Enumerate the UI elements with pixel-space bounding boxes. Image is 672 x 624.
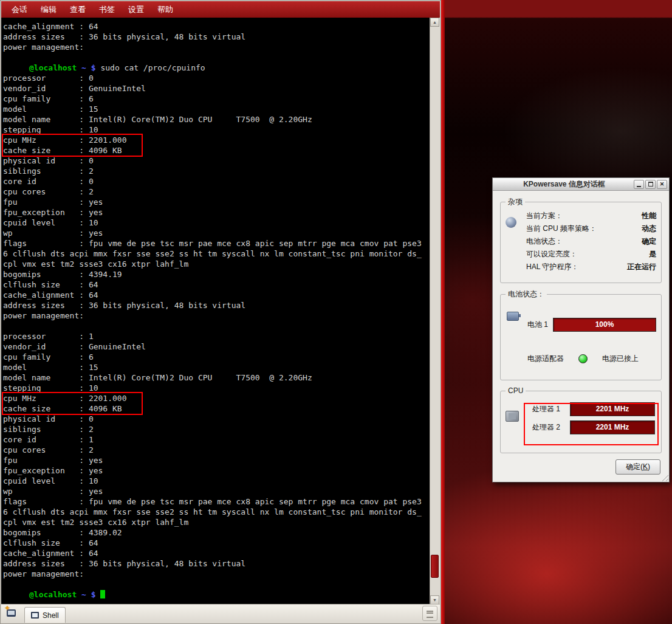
- battery-percent: 100%: [595, 320, 614, 329]
- terminal-scrollbar[interactable]: ▲ ▼: [430, 18, 440, 605]
- window-buttons: ✕: [634, 180, 667, 189]
- menu-item-edit[interactable]: 编辑: [34, 2, 63, 18]
- misc-row-value: 确定: [642, 235, 656, 248]
- terminal-line: wp : yes: [3, 228, 428, 238]
- terminal-line: fpu_exception : yes: [3, 465, 428, 476]
- misc-row-value: 动态: [642, 222, 656, 235]
- menu-bar: 会话编辑查看书签设置帮助: [1, 1, 440, 18]
- ok-label: 确定(: [626, 462, 643, 471]
- session-list-button[interactable]: [422, 606, 437, 621]
- terminal-cursor: [100, 590, 105, 598]
- terminal-line: cache size : 4096 KB: [3, 403, 428, 414]
- terminal-line: processor : 1: [3, 331, 428, 341]
- shell-tab-icon: [31, 612, 39, 619]
- terminal-line: stepping : 10: [3, 125, 428, 135]
- terminal-line: siblings : 2: [3, 166, 428, 176]
- scroll-down-button[interactable]: ▼: [430, 595, 439, 605]
- terminal-line: cpu cores : 2: [3, 187, 428, 197]
- battery-icon: [507, 312, 519, 321]
- tab-bar: ✦ Shell: [1, 604, 440, 623]
- battery-label: 电池 1: [527, 320, 548, 330]
- tab-shell[interactable]: Shell: [24, 607, 66, 623]
- terminal-line: power management:: [3, 310, 428, 321]
- misc-row-label: 电池状态：: [526, 235, 563, 248]
- prompt-path: ~ $: [77, 590, 100, 599]
- terminal-line: cpu family : 6: [3, 352, 428, 362]
- terminal-line: 6 clflush dts acpi mmx fxsr sse sse2 ss …: [3, 249, 428, 259]
- terminal-line: siblings : 2: [3, 424, 428, 434]
- terminal-line: vendor_id : GenuineIntel: [3, 83, 428, 94]
- terminal-line: address sizes : 36 bits physical, 48 bit…: [3, 558, 428, 569]
- ok-accel-key: K: [643, 462, 648, 471]
- scrollbar-thumb[interactable]: [431, 555, 439, 578]
- terminal-viewport[interactable]: cache_alignment : 64address sizes : 36 b…: [1, 18, 440, 605]
- menu-item-settings[interactable]: 设置: [122, 2, 151, 18]
- terminal-line: cache_alignment : 64: [3, 548, 428, 558]
- terminal-line: model : 15: [3, 104, 428, 114]
- maximize-button[interactable]: [645, 180, 656, 189]
- terminal-line: model name : Intel(R) Core(TM)2 Duo CPU …: [3, 114, 428, 125]
- dialog-title: KPowersave 信息对话框: [495, 179, 634, 190]
- misc-row-label: HAL 守护程序：: [526, 261, 578, 273]
- terminal-line: cpu MHz : 2201.000: [3, 393, 428, 403]
- menu-item-session[interactable]: 会话: [5, 2, 34, 18]
- terminal-line: fpu : yes: [3, 455, 428, 465]
- command-text: sudo cat /proc/cpuinfo: [100, 63, 205, 72]
- terminal-line: vendor_id : GenuineIntel: [3, 341, 428, 352]
- button-row: 确定(K): [500, 459, 662, 475]
- ac-adapter-led-icon: [578, 354, 588, 363]
- close-icon: ✕: [660, 182, 665, 187]
- scroll-up-button[interactable]: ▲: [430, 18, 439, 27]
- terminal-line: cpu cores : 2: [3, 445, 428, 455]
- ok-label-close: ): [648, 462, 650, 471]
- terminal-line: cpl vmx est tm2 ssse3 cx16 xtpr lahf_lm: [3, 259, 428, 269]
- new-session-star-icon: ✦: [4, 605, 10, 611]
- terminal-line: cpu family : 6: [3, 94, 428, 104]
- ok-button[interactable]: 确定(K): [615, 459, 660, 475]
- cpu-frequency-bar: 2201 MHz: [570, 420, 655, 434]
- minimize-button[interactable]: [634, 180, 644, 189]
- minimize-icon: [637, 186, 641, 187]
- misc-rows: 当前方案：性能当前 CPU 频率策略：动态电池状态：确定可以设定亮度：是HAL …: [526, 210, 656, 273]
- close-button[interactable]: ✕: [657, 180, 667, 189]
- terminal-annotation-box: cpu MHz : 2201.000cache size : 4096 KB: [3, 135, 428, 156]
- menu-item-bookmarks[interactable]: 书签: [92, 2, 122, 18]
- terminal-line: flags : fpu vme de pse tsc msr pae mce c…: [3, 238, 428, 249]
- terminal-line: physical id : 0: [3, 156, 428, 166]
- battery-group: 电池状态： 电池 1 100% 电源适配器 电源已接上: [500, 289, 662, 380]
- terminal-line: model : 15: [3, 362, 428, 372]
- cpu-row-label: 处理器 1: [532, 404, 565, 414]
- cpu-rows: 处理器 12201 MHz处理器 22201 MHz: [532, 402, 656, 434]
- terminal-line: [3, 579, 428, 589]
- maximize-icon: [648, 182, 653, 187]
- terminal-window: 会话编辑查看书签设置帮助 cache_alignment : 64address…: [0, 0, 441, 624]
- misc-row-label: 可以设定亮度：: [526, 248, 577, 261]
- terminal-line: power management:: [3, 569, 428, 579]
- terminal-line: cache_alignment : 64: [3, 290, 428, 300]
- dialog-titlebar[interactable]: KPowersave 信息对话框 ✕: [493, 178, 669, 191]
- cpu-icon: [506, 411, 519, 422]
- new-session-button[interactable]: ✦: [3, 605, 20, 622]
- terminal-line: wp : yes: [3, 486, 428, 496]
- misc-row-value: 正在运行: [627, 261, 656, 273]
- misc-group: 杂项 当前方案：性能当前 CPU 频率策略：动态电池状态：确定可以设定亮度：是H…: [500, 197, 662, 283]
- battery-group-title: 电池状态：: [506, 289, 547, 300]
- terminal-line: cpuid level : 10: [3, 218, 428, 228]
- terminal-line: clflush size : 64: [3, 279, 428, 290]
- terminal-line: processor : 0: [3, 73, 428, 83]
- terminal-line: stepping : 10: [3, 383, 428, 393]
- prompt-host: @localhost: [29, 590, 77, 599]
- desktop: 会话编辑查看书签设置帮助 cache_alignment : 64address…: [0, 0, 672, 624]
- prompt-path: ~ $: [77, 63, 100, 72]
- misc-row-value: 是: [649, 248, 656, 261]
- terminal-line: cpu MHz : 2201.000: [3, 135, 428, 145]
- cpu-row: 处理器 22201 MHz: [532, 420, 656, 434]
- misc-row: 当前 CPU 频率策略：动态: [526, 222, 656, 235]
- menu-item-view[interactable]: 查看: [63, 2, 92, 18]
- dialog-body: 杂项 当前方案：性能当前 CPU 频率策略：动态电池状态：确定可以设定亮度：是H…: [493, 191, 669, 482]
- ac-adapter-status: 电源已接上: [602, 354, 639, 364]
- terminal-prompt-line: @localhost ~ $: [3, 589, 428, 600]
- menu-item-help[interactable]: 帮助: [151, 2, 180, 18]
- ac-adapter-label: 电源适配器: [527, 354, 564, 364]
- terminal-line: flags : fpu vme de pse tsc msr pae mce c…: [3, 496, 428, 507]
